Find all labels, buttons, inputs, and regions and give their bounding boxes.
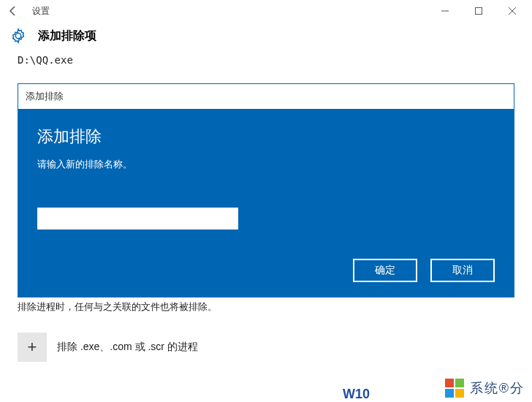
- close-icon: [509, 7, 516, 15]
- back-button[interactable]: [3, 1, 23, 21]
- maximize-icon: [475, 7, 482, 15]
- watermark: 系统®分: [445, 379, 525, 398]
- svg-rect-1: [476, 8, 482, 15]
- back-arrow-icon: [7, 5, 19, 17]
- gear-icon: [10, 28, 26, 44]
- titlebar: 设置: [0, 0, 532, 22]
- plus-icon: +: [28, 338, 37, 357]
- dialog-title-field[interactable]: 添加排除: [18, 84, 514, 110]
- close-button[interactable]: [495, 0, 529, 22]
- add-exclusion-dialog: 添加排除 添加排除 请输入新的排除名称。 确定 取消: [18, 83, 514, 297]
- dialog-body: 添加排除 请输入新的排除名称。 确定 取消: [18, 110, 514, 297]
- add-process-button[interactable]: +: [18, 333, 47, 362]
- logo-squares-icon: [445, 379, 464, 398]
- watermark-text: 系统®分: [470, 379, 525, 397]
- dialog-heading: 添加排除: [37, 126, 495, 148]
- exclusion-info-text: 排除进程时，任何与之关联的文件也将被排除。: [0, 297, 532, 316]
- window-title: 设置: [32, 5, 50, 18]
- existing-path-text: D:\QQ.exe: [0, 54, 532, 70]
- ok-button[interactable]: 确定: [353, 259, 417, 282]
- cancel-button[interactable]: 取消: [430, 259, 495, 282]
- add-process-row: + 排除 .exe、.com 或 .scr 的进程: [0, 316, 532, 362]
- window-controls: [428, 0, 529, 22]
- dialog-description: 请输入新的排除名称。: [37, 158, 495, 171]
- page-header: 添加排除项: [0, 22, 532, 54]
- minimize-icon: [441, 7, 449, 15]
- maximize-button[interactable]: [462, 0, 495, 22]
- corner-watermark: W10: [343, 387, 370, 402]
- dialog-button-row: 确定 取消: [353, 259, 495, 282]
- add-process-label: 排除 .exe、.com 或 .scr 的进程: [57, 341, 198, 354]
- minimize-button[interactable]: [428, 0, 462, 22]
- page-title: 添加排除项: [38, 29, 96, 44]
- exclusion-name-input[interactable]: [37, 208, 238, 230]
